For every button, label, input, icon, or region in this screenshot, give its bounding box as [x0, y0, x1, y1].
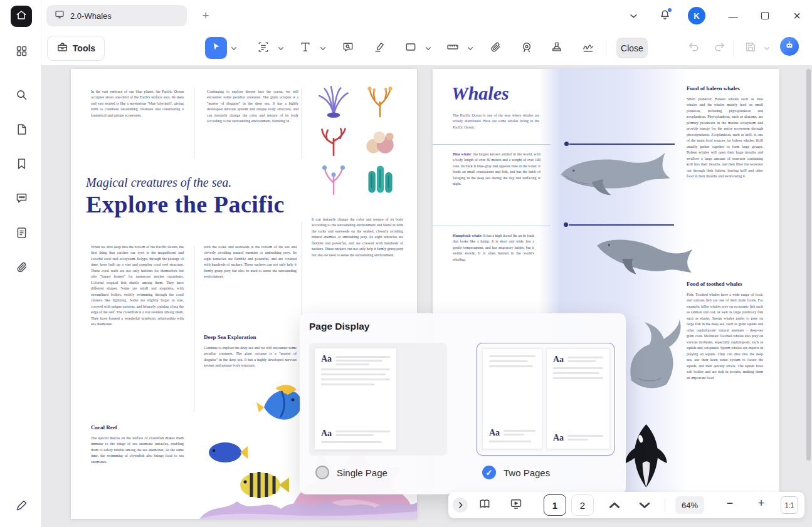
toothed-heading: Food of toothed whales: [687, 281, 742, 287]
book-open-icon: [478, 498, 491, 513]
actual-size-button[interactable]: 1:1: [781, 496, 798, 514]
single-page-preview-card[interactable]: Aa Aa: [309, 343, 447, 456]
document-tab[interactable]: 2.0-Whales: [46, 5, 187, 26]
toolbar-separator: [606, 40, 606, 56]
notifications-button[interactable]: [656, 8, 673, 24]
redo-button[interactable]: [709, 38, 730, 59]
search-icon[interactable]: [13, 86, 30, 103]
measure-tool-button[interactable]: [442, 38, 463, 59]
stamp-tool-button[interactable]: [546, 38, 567, 59]
attachment-icon[interactable]: [13, 258, 30, 276]
undo-button[interactable]: [683, 38, 705, 59]
scrollbar-thumb[interactable]: [806, 69, 811, 461]
single-page-label: Single Page: [337, 467, 388, 478]
measure-tool-chevron[interactable]: [467, 46, 473, 51]
undo-icon: [688, 41, 700, 56]
radio-unchecked-icon[interactable]: [315, 466, 329, 479]
home-icon: [16, 9, 27, 23]
signature-tool-button[interactable]: [577, 38, 599, 59]
humpback-text: It has a high dorsal fin on its back tha…: [453, 234, 534, 261]
mini-page: Aa Aa: [546, 348, 610, 449]
two-pages-option[interactable]: ✓ Two Pages: [482, 466, 550, 479]
redo-icon: [713, 41, 725, 56]
add-text-chevron[interactable]: [320, 46, 326, 51]
paragraph: It can instantly change the color and te…: [312, 217, 403, 258]
column-rule: [302, 88, 302, 159]
save-button[interactable]: [740, 38, 761, 59]
avatar[interactable]: K: [688, 7, 705, 24]
total-pages-box[interactable]: 2: [571, 494, 594, 516]
maximize-button[interactable]: [757, 8, 773, 24]
mini-page: Aa Aa: [314, 348, 397, 450]
document-icon[interactable]: [13, 224, 30, 241]
close-mode-button[interactable]: Close: [616, 38, 648, 58]
current-page-input[interactable]: 1: [544, 494, 566, 516]
previous-page-button[interactable]: [608, 498, 621, 512]
checkmark-icon[interactable]: ✓: [482, 466, 496, 479]
select-tool-button[interactable]: [205, 37, 227, 59]
comments-icon[interactable]: [13, 189, 30, 206]
blue-whale-text: the largest known animal in the world, w…: [453, 152, 540, 185]
new-tab-button[interactable]: +: [198, 8, 213, 23]
headline-main: Explore the Pacific: [86, 190, 285, 218]
titlebar: 2.0-Whales + K — ×: [41, 0, 812, 31]
close-window-button[interactable]: ×: [789, 8, 805, 24]
preview-text: Aa: [553, 434, 564, 442]
edit-tool-button[interactable]: [253, 38, 274, 59]
minimize-button[interactable]: —: [725, 8, 741, 24]
presentation-mode-button[interactable]: [509, 498, 523, 512]
shape-tool-button[interactable]: [400, 38, 421, 59]
edit-tool-chevron[interactable]: [278, 46, 284, 51]
baleen-heading: Food of baleen whales: [687, 85, 740, 91]
paragraph: The special mucus on the surface of clow…: [91, 436, 184, 465]
toolbox-icon: [56, 41, 68, 56]
content-area: 2.0-Whales + K — × Tools: [41, 0, 812, 527]
zoom-out-button[interactable]: −: [723, 497, 737, 510]
bookmark-icon[interactable]: [13, 155, 30, 172]
paragraph: In the vast embrace of our blue planet, …: [91, 89, 184, 118]
pages-icon[interactable]: [13, 120, 30, 138]
add-text-tool-button[interactable]: [295, 38, 316, 59]
blue-whale-paragraph: Blue whale: the largest known animal in …: [453, 152, 540, 187]
zoom-level-dropdown[interactable]: 64%: [675, 496, 704, 514]
signature-pen-icon[interactable]: [13, 496, 30, 514]
highlighter-icon: [373, 41, 386, 56]
select-tool-chevron[interactable]: [231, 46, 237, 51]
sticker-tool-button[interactable]: [516, 38, 537, 59]
highlighter-tool-button[interactable]: [369, 38, 390, 59]
two-pages-preview-card[interactable]: Aa Aa Aa: [477, 343, 614, 456]
preview-text: Aa: [489, 429, 500, 437]
blue-whale-label: Blue whale:: [453, 152, 472, 156]
apps-grid-icon[interactable]: [13, 42, 30, 60]
signature-icon: [582, 41, 594, 56]
notification-dot: [668, 8, 672, 12]
shape-tool-chevron[interactable]: [425, 46, 431, 51]
ai-assistant-button[interactable]: [780, 37, 799, 56]
bottom-toolbar: 1 2 64% − + 1:1: [448, 492, 804, 518]
expand-panel-button[interactable]: [453, 498, 468, 513]
zoom-in-button[interactable]: +: [754, 497, 768, 510]
slideshow-icon: [510, 498, 522, 513]
paragraph: The Pacific Ocean is one of the seas whe…: [453, 113, 539, 130]
coral-image-grid: [313, 83, 407, 201]
next-page-button[interactable]: [638, 498, 651, 512]
vertical-scrollbar[interactable]: [806, 68, 811, 523]
home-button[interactable]: [11, 6, 32, 27]
mini-page: Aa: [482, 348, 542, 449]
popup-title: Page Display: [309, 321, 370, 332]
single-page-option[interactable]: Single Page: [315, 466, 388, 479]
reading-mode-button[interactable]: [478, 498, 492, 512]
toolbar-separator-2: [734, 40, 734, 56]
humpback-label: Humpback whale:: [453, 234, 482, 237]
maximize-icon: [761, 12, 769, 19]
comment-tool-button[interactable]: [337, 38, 359, 59]
paragraph: Continue to explore the deep sea and we …: [204, 345, 297, 369]
headline-script: Magical creatures of the sea.: [86, 175, 231, 190]
save-chevron[interactable]: [764, 46, 770, 51]
stamp-icon: [551, 41, 563, 56]
bottombar-separator: [665, 498, 665, 512]
attach-tool-button[interactable]: [485, 38, 506, 59]
collapse-toolbar-chevron[interactable]: [625, 8, 641, 24]
tools-button[interactable]: Tools: [47, 36, 105, 61]
whales-title: Whales: [451, 83, 509, 104]
